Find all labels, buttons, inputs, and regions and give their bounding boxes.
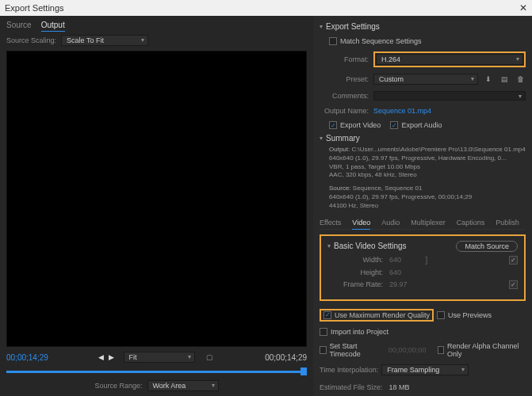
framerate-match-checkbox[interactable] — [509, 280, 518, 289]
basic-video-settings-box: Basic Video Settings Match Source Width:… — [320, 234, 526, 301]
width-value[interactable]: 640 — [389, 256, 421, 264]
match-sequence-label: Match Sequence Settings — [340, 37, 422, 45]
video-preview[interactable] — [6, 51, 307, 347]
save-preset-icon[interactable]: ⬇ — [483, 74, 494, 85]
set-start-tc-value[interactable]: 00;00;00;00 — [388, 346, 427, 354]
tab-source[interactable]: Source — [6, 21, 32, 32]
prev-frame-icon[interactable]: ◀ — [98, 353, 104, 361]
import-project-label: Import into Project — [331, 328, 388, 336]
width-label: Width: — [327, 256, 383, 264]
time-interp-label: Time Interpolation: — [320, 366, 378, 374]
preset-label: Preset: — [320, 75, 369, 83]
import-preset-icon[interactable]: ▤ — [499, 74, 510, 85]
output-name-link[interactable]: Sequence 01.mp4 — [373, 107, 431, 115]
framerate-label: Frame Rate: — [327, 280, 383, 288]
source-scaling-label: Source Scaling: — [6, 36, 56, 44]
source-range-dropdown[interactable]: Work Area — [147, 380, 219, 391]
render-alpha-checkbox[interactable] — [438, 346, 445, 354]
bvs-header[interactable]: Basic Video Settings — [327, 242, 407, 250]
aspect-icon[interactable]: ▢ — [205, 352, 216, 363]
preview-panel: Source Output Source Scaling: Scale To F… — [0, 16, 313, 396]
titlebar: Export Settings ✕ — [0, 0, 532, 16]
output-name-label: Output Name: — [320, 107, 369, 115]
window-title: Export Settings — [5, 3, 64, 13]
export-video-label: Export Video — [340, 121, 381, 129]
set-start-tc-label: Set Start Timecode — [330, 342, 379, 358]
tab-video[interactable]: Video — [352, 219, 370, 230]
tab-multiplexer[interactable]: Multiplexer — [411, 219, 446, 227]
tab-captions[interactable]: Captions — [457, 219, 485, 227]
delete-preset-icon[interactable]: 🗑 — [515, 74, 526, 85]
export-video-checkbox[interactable] — [329, 121, 337, 129]
summary-source: Source: Sequence, Sequence 01 640x640 (1… — [329, 185, 526, 210]
fit-dropdown[interactable]: Fit — [124, 352, 195, 363]
link-dimensions-icon[interactable]: ] — [421, 256, 432, 265]
width-match-checkbox[interactable] — [509, 256, 518, 265]
next-frame-icon[interactable]: ▶ — [109, 353, 114, 361]
export-audio-label: Export Audio — [401, 121, 442, 129]
height-label: Height: — [327, 268, 383, 276]
timeline-slider[interactable] — [6, 367, 307, 375]
max-render-checkbox[interactable] — [323, 311, 331, 319]
format-dropdown[interactable]: H.264 — [376, 54, 523, 65]
close-icon[interactable]: ✕ — [519, 2, 527, 13]
tab-output[interactable]: Output — [41, 21, 65, 32]
height-value[interactable]: 640 — [389, 268, 421, 276]
settings-panel: Export Settings Match Sequence Settings … — [313, 16, 532, 396]
est-size-label: Estimated File Size: — [320, 383, 383, 391]
export-audio-checkbox[interactable] — [390, 121, 398, 129]
time-interp-dropdown[interactable]: Frame Sampling — [381, 364, 469, 375]
tab-publish[interactable]: Publish — [496, 219, 519, 227]
summary-header[interactable]: Summary — [320, 134, 526, 143]
tab-audio[interactable]: Audio — [381, 219, 400, 227]
match-source-button[interactable]: Match Source — [456, 241, 518, 252]
export-settings-header[interactable]: Export Settings — [320, 22, 526, 31]
framerate-value[interactable]: 29.97 — [389, 280, 421, 288]
render-alpha-label: Render Alpha Channel Only — [447, 342, 519, 358]
playhead-icon[interactable] — [300, 367, 307, 375]
summary-output: Output: C:\User...uments\Adobe\Premiere … — [329, 146, 526, 180]
match-sequence-checkbox[interactable] — [329, 37, 337, 45]
use-previews-label: Use Previews — [448, 311, 492, 319]
comments-label: Comments: — [320, 92, 369, 100]
format-label: Format: — [320, 55, 369, 63]
est-size-value: 18 MB — [389, 383, 410, 391]
timecode-current[interactable]: 00;00;14;29 — [6, 353, 48, 362]
source-range-label: Source Range: — [94, 382, 142, 390]
source-scaling-dropdown[interactable]: Scale To Fit — [61, 35, 148, 46]
timecode-duration: 00;00;14;29 — [265, 353, 307, 362]
settings-tabs: Effects Video Audio Multiplexer Captions… — [320, 219, 526, 230]
use-previews-checkbox[interactable] — [437, 311, 445, 319]
max-render-label: Use Maximum Render Quality — [335, 311, 430, 319]
import-project-checkbox[interactable] — [320, 328, 327, 336]
set-start-tc-checkbox[interactable] — [320, 346, 327, 354]
tab-effects[interactable]: Effects — [320, 219, 341, 227]
preview-tabs: Source Output — [6, 21, 307, 32]
preset-dropdown[interactable]: Custom — [373, 74, 478, 85]
comments-field[interactable] — [373, 91, 526, 101]
